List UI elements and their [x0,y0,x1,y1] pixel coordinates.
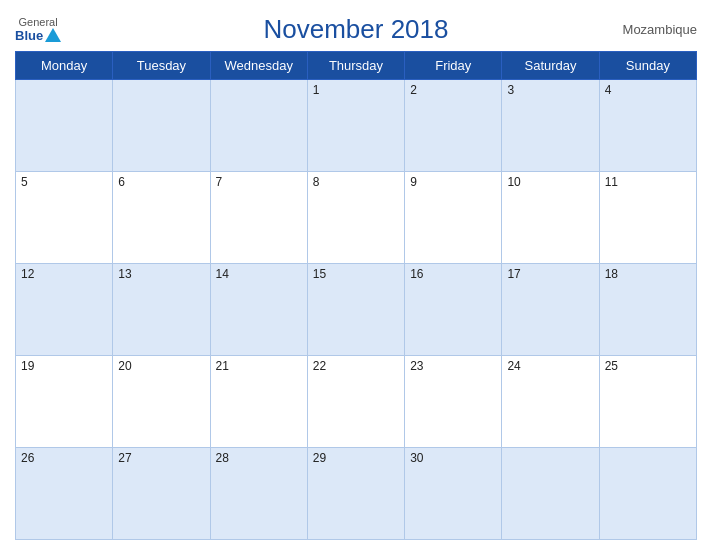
day-number: 10 [507,175,593,189]
day-number: 30 [410,451,496,465]
weekday-saturday: Saturday [502,52,599,80]
calendar-cell: 17 [502,264,599,356]
day-number: 22 [313,359,399,373]
calendar-cell: 5 [16,172,113,264]
weekday-friday: Friday [405,52,502,80]
day-number: 4 [605,83,691,97]
calendar-title-block: November 2018 [264,14,449,45]
calendar-cell: 7 [210,172,307,264]
day-number: 14 [216,267,302,281]
day-number: 24 [507,359,593,373]
calendar-cell: 8 [307,172,404,264]
calendar-cell: 2 [405,80,502,172]
day-number: 3 [507,83,593,97]
calendar-week-row: 2627282930 [16,448,697,540]
calendar-cell: 26 [16,448,113,540]
calendar-cell [502,448,599,540]
day-number: 6 [118,175,204,189]
day-number: 25 [605,359,691,373]
weekday-wednesday: Wednesday [210,52,307,80]
calendar-cell: 27 [113,448,210,540]
logo-triangle-icon [45,28,61,42]
weekday-header-row: MondayTuesdayWednesdayThursdayFridaySatu… [16,52,697,80]
day-number: 20 [118,359,204,373]
country-name: Mozambique [623,22,697,37]
calendar-cell: 30 [405,448,502,540]
day-number: 11 [605,175,691,189]
day-number: 26 [21,451,107,465]
calendar-cell: 18 [599,264,696,356]
calendar-cell: 19 [16,356,113,448]
calendar-cell: 21 [210,356,307,448]
day-number: 2 [410,83,496,97]
calendar-table: MondayTuesdayWednesdayThursdayFridaySatu… [15,51,697,540]
calendar-title: November 2018 [264,14,449,44]
day-number: 17 [507,267,593,281]
calendar-cell: 4 [599,80,696,172]
calendar-cell: 1 [307,80,404,172]
calendar-week-row: 567891011 [16,172,697,264]
day-number: 21 [216,359,302,373]
calendar-cell: 10 [502,172,599,264]
weekday-tuesday: Tuesday [113,52,210,80]
calendar-cell: 12 [16,264,113,356]
calendar-cell: 9 [405,172,502,264]
calendar-week-row: 1234 [16,80,697,172]
calendar-cell [113,80,210,172]
calendar-cell: 29 [307,448,404,540]
calendar-cell: 15 [307,264,404,356]
calendar-cell: 3 [502,80,599,172]
day-number: 18 [605,267,691,281]
calendar-cell: 22 [307,356,404,448]
calendar-cell: 25 [599,356,696,448]
logo-blue-text: Blue [15,29,43,42]
calendar-cell: 20 [113,356,210,448]
calendar-cell [599,448,696,540]
calendar-week-row: 19202122232425 [16,356,697,448]
day-number: 16 [410,267,496,281]
weekday-sunday: Sunday [599,52,696,80]
day-number: 19 [21,359,107,373]
calendar-cell: 6 [113,172,210,264]
day-number: 29 [313,451,399,465]
day-number: 28 [216,451,302,465]
calendar-cell: 11 [599,172,696,264]
calendar-cell: 13 [113,264,210,356]
day-number: 8 [313,175,399,189]
day-number: 27 [118,451,204,465]
calendar-week-row: 12131415161718 [16,264,697,356]
weekday-thursday: Thursday [307,52,404,80]
day-number: 23 [410,359,496,373]
logo: General Blue [15,17,61,42]
calendar-cell [210,80,307,172]
calendar-cell: 16 [405,264,502,356]
day-number: 7 [216,175,302,189]
day-number: 9 [410,175,496,189]
logo-general-text: General [19,17,58,28]
calendar-cell: 24 [502,356,599,448]
day-number: 5 [21,175,107,189]
day-number: 15 [313,267,399,281]
calendar-cell [16,80,113,172]
calendar-header: General Blue November 2018 Mozambique [15,10,697,45]
calendar-cell: 14 [210,264,307,356]
calendar-cell: 23 [405,356,502,448]
calendar-cell: 28 [210,448,307,540]
day-number: 1 [313,83,399,97]
day-number: 13 [118,267,204,281]
weekday-monday: Monday [16,52,113,80]
day-number: 12 [21,267,107,281]
